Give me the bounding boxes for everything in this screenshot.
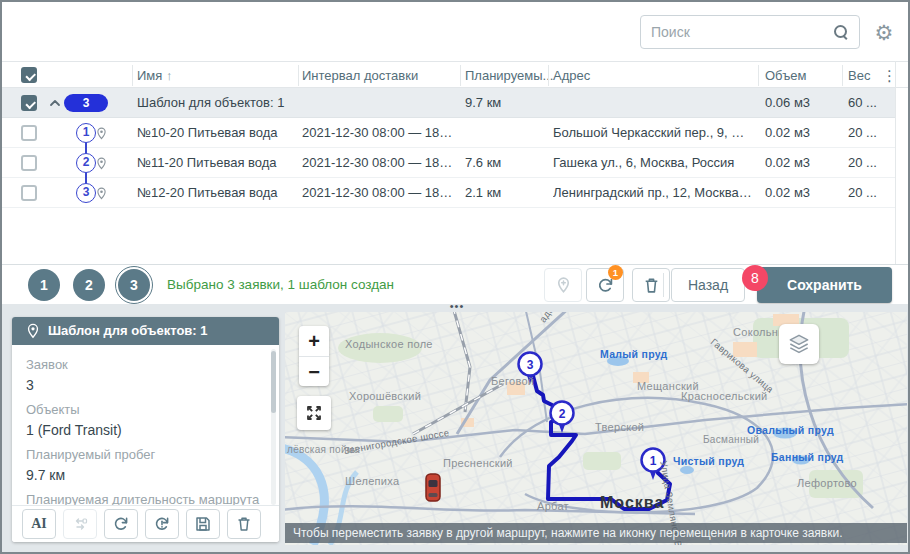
column-header-mileage[interactable]: Планируемы... (465, 62, 553, 89)
order-mileage (465, 118, 545, 148)
template-pin-icon (25, 323, 41, 339)
row-checkbox[interactable] (21, 125, 37, 141)
map-label: Чистый пруд (673, 455, 744, 467)
table-row[interactable]: 2 №11-20 Питьевая вода 2021-12-30 08:00 … (2, 148, 895, 178)
collapse-chevron-icon[interactable] (49, 98, 61, 108)
column-header-interval[interactable]: Интервал доставки (302, 62, 418, 89)
map-label: Беговой (491, 375, 534, 387)
panel-scrollbar-thumb[interactable] (271, 351, 276, 413)
field-label: Планируемый пробег (26, 447, 265, 463)
search-box[interactable] (640, 15, 860, 49)
step-3-active-ring: 3 (115, 266, 153, 304)
route-template-card[interactable]: Шаблон для объектов: 1 Заявок 3 Объекты … (12, 317, 279, 542)
top-toolbar: ⚙ (2, 2, 908, 61)
swap-count-badge: 1 (608, 265, 623, 280)
recalculate-route-button[interactable] (104, 509, 138, 539)
order-name: №12-20 Питьевая вода (137, 178, 295, 208)
reoptimize-route-button[interactable] (145, 509, 179, 539)
sequence-number-badge: 2 (76, 153, 96, 173)
map-label: Лефортово (797, 477, 857, 489)
field-value: 3 (26, 376, 265, 394)
field-value: 1 (Ford Transit) (26, 421, 265, 439)
map-label: Пресненский (443, 457, 513, 469)
map-canvas[interactable]: 3 2 1 Ходынское поле Хорошёвский Беговой… (285, 312, 907, 545)
map-label: Банный пруд (771, 451, 844, 463)
map-layers-button[interactable] (779, 324, 819, 364)
order-volume: 0.02 м3 (765, 148, 835, 178)
order-weight: 20 ... (848, 148, 893, 178)
location-pin-icon (95, 156, 108, 171)
geofence-pin-button (544, 268, 582, 302)
order-volume: 0.02 м3 (765, 118, 835, 148)
row-checkbox[interactable] (21, 155, 37, 171)
save-templates-button[interactable]: Сохранить шаблоны (757, 267, 892, 303)
column-header-volume[interactable]: Объем (765, 62, 806, 89)
map-label: Тверской (595, 421, 644, 433)
refresh-icon (112, 515, 130, 533)
search-icon[interactable] (833, 24, 849, 40)
column-header-address[interactable]: Адрес (553, 62, 590, 89)
settings-gear-icon[interactable]: ⚙ (870, 19, 898, 47)
svg-text:3: 3 (527, 358, 534, 372)
route-template-title: Шаблон для объектов: 1 (48, 323, 208, 338)
delete-route-button[interactable] (227, 509, 261, 539)
app-window: ⚙ Имя ↑ Интервал доставки Планируемы... … (0, 0, 910, 554)
row-checkbox[interactable] (21, 185, 37, 201)
table-row[interactable]: 1 №10-20 Питьевая вода 2021-12-30 08:00 … (2, 118, 895, 148)
order-address: Ленинградский пр., 12, Москва, Р... (553, 178, 753, 208)
group-mileage: 9.7 км (465, 88, 545, 118)
order-weight: 20 ... (848, 178, 893, 208)
step-2-button[interactable]: 2 (73, 269, 105, 301)
svg-text:1: 1 (650, 454, 657, 468)
group-count-badge[interactable]: 3 (64, 94, 108, 112)
map-hint-bar: Чтобы переместить заявку в другой маршру… (285, 523, 907, 543)
table-header: Имя ↑ Интервал доставки Планируемы... Ад… (2, 61, 908, 88)
group-checkbox[interactable] (21, 95, 37, 111)
order-mileage: 2.1 км (465, 178, 545, 208)
trash-icon (235, 515, 253, 533)
order-mileage: 7.6 км (465, 148, 545, 178)
group-weight: 60 ... (848, 88, 893, 118)
field-label: Планируемая длительность маршрута (26, 492, 265, 505)
step-1-button[interactable]: 1 (28, 269, 60, 301)
route-template-header[interactable]: Шаблон для объектов: 1 (12, 317, 279, 345)
expand-icon (305, 404, 323, 422)
order-address: Большой Черкасский пер., 9, Мос... (553, 118, 753, 148)
layers-icon (786, 331, 812, 357)
table-row[interactable]: 3 №12-20 Питьевая вода 2021-12-30 08:00 … (2, 178, 895, 208)
zoom-out-button[interactable]: − (299, 356, 329, 386)
refresh-alert-icon (153, 515, 171, 533)
back-button[interactable]: Назад (671, 268, 745, 302)
save-icon (194, 515, 212, 533)
save-route-button[interactable] (186, 509, 220, 539)
fullscreen-button[interactable] (297, 396, 331, 430)
column-header-weight[interactable]: Вес (848, 62, 870, 89)
zoom-in-button[interactable]: + (299, 326, 329, 356)
map-label: Овальный пруд (747, 424, 834, 436)
vehicle-icon (426, 474, 440, 501)
delete-button[interactable] (632, 268, 670, 302)
field-label: Объекты (26, 402, 265, 418)
selection-status-text: Выбрано 3 заявки, 1 шаблон создан (167, 265, 394, 305)
sequence-number-badge: 3 (76, 183, 96, 203)
table-scroll-edge (895, 61, 896, 264)
order-volume: 0.02 м3 (765, 178, 835, 208)
split-drag-handle[interactable]: ••• (442, 300, 472, 312)
order-address: Гашека ул., 6, Москва, Россия (553, 148, 753, 178)
select-all-checkbox[interactable] (21, 67, 37, 83)
order-name: №10-20 Питьевая вода (137, 118, 295, 148)
map-label: Арбат (537, 500, 569, 512)
column-header-name[interactable]: Имя ↑ (137, 62, 172, 89)
field-label: Заявок (26, 357, 265, 373)
route-template-body: Заявок 3 Объекты 1 (Ford Transit) Планир… (12, 345, 279, 505)
location-pin-icon (95, 126, 108, 141)
transfer-icon (71, 515, 89, 533)
panel-scrollbar[interactable] (271, 349, 276, 505)
sequence-number-badge: 1 (76, 123, 96, 143)
step-3-button[interactable]: 3 (118, 269, 150, 301)
table-group-row[interactable]: 3 Шаблон для объектов: 1 9.7 км 0.06 м3 … (2, 88, 895, 118)
group-volume: 0.06 м3 (765, 88, 835, 118)
search-input[interactable] (651, 24, 833, 40)
ai-optimize-button[interactable]: AI (22, 509, 56, 539)
order-interval: 2021-12-30 08:00 — 18:00 (302, 148, 454, 178)
